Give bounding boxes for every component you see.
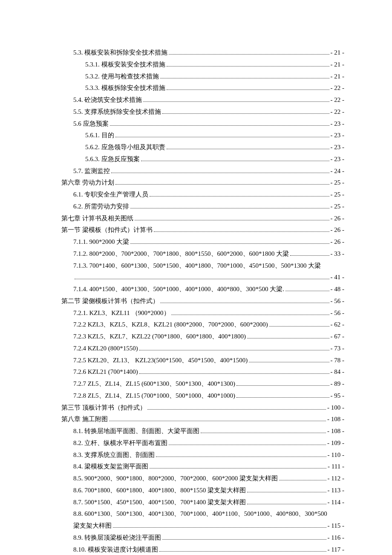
toc-entry-page: - 23 - <box>331 118 345 129</box>
toc-entry: 第二节 梁侧模板计算书（扣件式）- 56 - <box>61 295 344 306</box>
toc-entry-page: - 113 - <box>328 485 344 496</box>
toc-leader-dots <box>75 274 329 280</box>
toc-entry-label: 5.6.3. 应急反应预案 <box>85 153 140 165</box>
toc-leader-dots <box>115 179 329 185</box>
toc-entry-label: 7.2.4 KZL20 (800*1550) <box>73 343 138 354</box>
toc-entry-label: 8.6. 700*1800、600*1800、400*1800、800*1550… <box>73 485 246 496</box>
toc-leader-dots <box>236 392 329 398</box>
toc-entry-label: 5.7. 监测监控 <box>73 165 110 176</box>
toc-entry-page: - 56 - <box>331 307 345 318</box>
toc-entry-page: - 108 - <box>327 425 344 436</box>
toc-entry-label: 7.2.3 KZL5、KZL7、KZL22 (700*1800、600*1800… <box>73 331 246 342</box>
toc-entry: 7.2.3 KZL5、KZL7、KZL22 (700*1800、600*1800… <box>61 331 344 342</box>
toc-entry: 6.2. 所需劳动力安排- 25 - <box>61 201 344 212</box>
toc-entry-page: - 56 - <box>331 295 345 306</box>
toc-entry-page: - 21 - <box>331 71 345 82</box>
toc-leader-dots <box>135 214 329 220</box>
toc-entry-page: - 23 - <box>331 142 345 153</box>
toc-entry-page: - 23 - <box>331 153 345 165</box>
toc-leader-dots <box>110 120 329 126</box>
toc-entry: 5.7. 监测监控- 24 - <box>61 165 344 176</box>
toc-entry-page: - 25 - <box>331 189 345 200</box>
toc-entry: 8.3. 支撑系统立面图、剖面图- 110 - <box>61 449 344 460</box>
toc-entry-label: 7.2.6 KZL21 (700*1400) <box>73 366 138 377</box>
toc-entry-label: 8.2. 立杆、纵横水平杆平面布置图 <box>73 437 167 448</box>
toc-entry: 8.4. 梁模板支架监测平面图- 111 - <box>61 461 344 472</box>
toc-entry-label: 5.6 应急预案 <box>73 118 109 129</box>
toc-entry-page: - 100 - <box>327 402 344 413</box>
toc-entry-label: 7.2.5 KZL20、ZL13、 KZL23(500*1500、450*150… <box>73 355 248 366</box>
toc-leader-dots <box>159 546 326 552</box>
toc-entry-label: 7.2.1. KZL3、KZL11 （900*2000） <box>73 307 170 318</box>
toc-entry-page: - 89 - <box>331 378 345 389</box>
toc-leader-dots <box>167 144 329 150</box>
toc-entry-page: - 116 - <box>328 532 344 543</box>
toc-entry-page: - 22 - <box>331 94 345 105</box>
toc-entry-label: 第三节 顶板计算书（扣件式） <box>61 402 146 413</box>
toc-leader-dots <box>167 84 329 90</box>
toc-entry: 5.3.2. 使用与检查技术措施- 21 - <box>61 71 344 82</box>
toc-entry-label: 8.8. 600*1300、500*1300、400*1300、700*1000… <box>73 508 327 519</box>
toc-leader-dots <box>143 96 329 102</box>
toc-entry-page: - 26 - <box>331 224 345 235</box>
toc-entry-label: 5.3.1. 模板安装安全技术措施 <box>85 59 165 70</box>
toc-entry-page: - 26 - <box>331 236 345 247</box>
toc-leader-dots <box>156 451 326 457</box>
toc-entry-label: 5.6.1. 目的 <box>85 130 114 141</box>
toc-leader-dots <box>167 61 329 66</box>
toc-entry-label: 6.2. 所需劳动力安排 <box>73 201 129 212</box>
toc-entry: 5.6.3. 应急反应预案- 23 - <box>61 153 344 165</box>
toc-entry: 第一节 梁模板（扣件式）计算书- 26 - <box>61 224 344 235</box>
toc-leader-dots <box>150 463 326 469</box>
toc-entry: 7.1.1. 900*2000 大梁- 26 - <box>61 236 344 247</box>
toc-leader-dots <box>249 356 329 362</box>
toc-entry: 第七章 计算书及相关图纸- 26 - <box>61 213 344 224</box>
toc-entry-label: 5.3.2. 使用与检查技术措施 <box>85 71 159 82</box>
toc-entry-page: - 111 - <box>328 461 344 472</box>
toc-entry: 7.2.1. KZL3、KZL11 （900*2000）- 56 - <box>61 307 344 318</box>
toc-entry: 8.8. 600*1300、500*1300、400*1300、700*1000… <box>61 508 344 519</box>
toc-entry-page: - 117 - <box>328 544 344 555</box>
toc-leader-dots <box>113 522 326 528</box>
toc-entry-label: 7.1.4. 400*1500、400*1300、500*1000、400*10… <box>73 283 284 295</box>
toc-entry-page: - 22 - <box>331 106 345 117</box>
toc-entry: - 41 - <box>61 272 344 283</box>
toc-entry-page: - 78 - <box>331 355 345 366</box>
toc-leader-dots <box>160 72 329 78</box>
toc-entry-page: - 67 - <box>331 331 345 342</box>
toc-leader-dots <box>130 202 329 208</box>
toc-entry: 8.10. 模板安装进度计划横道图- 117 - <box>61 544 344 555</box>
toc-entry: 6.1. 专职安全生产管理人员- 25 - <box>61 189 344 200</box>
toc-entry-page: - 23 - <box>331 130 345 141</box>
toc-entry-page: - 26 - <box>331 213 345 224</box>
toc-entry-label: 第一节 梁模板（扣件式）计算书 <box>61 224 153 235</box>
toc-leader-dots <box>162 534 326 540</box>
toc-entry-page: - 33 - <box>331 248 345 259</box>
toc-leader-dots <box>269 321 329 327</box>
toc-entry: 7.1.4. 400*1500、400*1300、500*1000、400*10… <box>61 283 344 295</box>
toc-entry-label: 5.3. 模板安装和拆除安全技术措施 <box>73 47 167 58</box>
toc-entry: 5.6.2. 应急领导小组及其职责- 23 - <box>61 142 344 153</box>
toc-leader-dots <box>285 286 329 292</box>
toc-entry-page: - 110 - <box>328 449 344 460</box>
toc-entry-page: - 24 - <box>331 165 345 176</box>
toc-entry: 8.5. 900*2000、900*1800、800*2000、700*2000… <box>61 473 344 484</box>
toc-leader-dots <box>201 428 326 434</box>
toc-entry: 第八章 施工附图- 108 - <box>61 413 344 425</box>
toc-entry-label: 5.3.3. 模板拆除安全技术措施 <box>85 82 165 93</box>
toc-entry: 5.3.3. 模板拆除安全技术措施- 22 - <box>61 82 344 93</box>
toc-entry-label: 7.2.7 ZL5、ZL14、ZL15 (600*1300、500*1300、4… <box>73 378 235 389</box>
toc-entry-label: 8.4. 梁模板支架监测平面图 <box>73 461 148 472</box>
toc-entry: 7.2.4 KZL20 (800*1550)- 73 - <box>61 343 344 354</box>
toc-leader-dots <box>236 380 329 386</box>
toc-leader-dots <box>247 333 329 339</box>
toc-leader-dots <box>247 498 326 504</box>
toc-leader-dots <box>290 250 329 256</box>
toc-entry: 8.6. 700*1800、600*1800、400*1800、800*1550… <box>61 485 344 496</box>
toc-entry: 7.1.2. 800*2000、700*2000、700*1800、800*15… <box>61 248 344 259</box>
toc-leader-dots <box>169 439 326 445</box>
toc-entry-label: 8.7. 500*1500、450*1500、400*1500、700*1400… <box>73 497 246 508</box>
toc-entry-label: 6.1. 专职安全生产管理人员 <box>73 189 148 200</box>
toc-entry-page: - 108 - <box>327 413 344 425</box>
toc-entry-label: 7.1.3. 700*1400、600*1300、500*1500、400*18… <box>73 260 321 271</box>
